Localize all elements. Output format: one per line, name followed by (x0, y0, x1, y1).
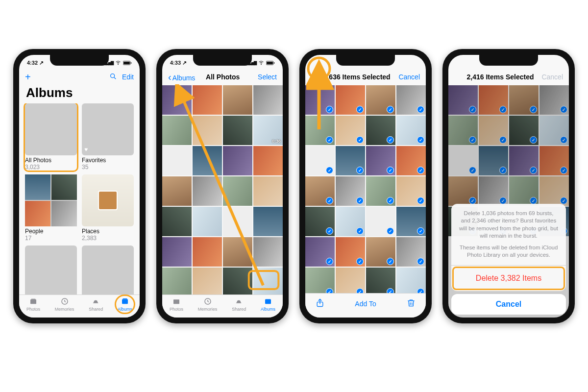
tab-shared[interactable]: Shared (232, 297, 246, 312)
photo-grid-selected[interactable] (305, 85, 426, 293)
photo-cell[interactable] (366, 237, 395, 267)
photo-cell[interactable] (162, 237, 192, 267)
photo-cell[interactable] (396, 116, 426, 145)
photo-cell[interactable] (162, 207, 192, 236)
photo-cell[interactable] (305, 207, 335, 236)
edit-button[interactable]: Edit (122, 73, 134, 81)
album-count: 17 (25, 235, 77, 242)
photo-cell[interactable] (223, 116, 252, 145)
checkmark-icon (326, 227, 333, 235)
photo-cell[interactable] (253, 237, 283, 267)
tab-photos[interactable]: Photos (170, 297, 183, 312)
notch (193, 55, 252, 66)
photo-cell[interactable] (223, 207, 252, 236)
back-button[interactable]: Albums (168, 72, 195, 83)
photo-cell[interactable] (193, 207, 222, 236)
photo-cell[interactable] (223, 85, 252, 115)
album-people[interactable]: People 17 (25, 174, 77, 242)
album-places[interactable]: Places 2,383 (82, 174, 134, 242)
photo-cell[interactable] (396, 207, 426, 236)
photo-cell[interactable] (193, 146, 222, 175)
cancel-button[interactable]: Cancel (398, 73, 420, 81)
checkmark-icon (387, 197, 394, 204)
album-item[interactable] (25, 245, 77, 294)
tab-bar: Photos Memories Shared Albums (162, 294, 283, 318)
photo-cell[interactable]: 0:36 (253, 116, 283, 145)
photo-cell[interactable] (193, 176, 222, 206)
checkmark-icon (356, 227, 364, 235)
photo-cell[interactable] (162, 146, 192, 175)
photo-cell[interactable] (305, 176, 335, 206)
tab-memories[interactable]: Memories (55, 297, 74, 312)
photo-cell[interactable] (253, 176, 283, 206)
delete-items-button[interactable]: Delete 3,382 Items (452, 267, 565, 290)
trash-button[interactable] (406, 297, 416, 310)
checkmark-icon (356, 288, 364, 293)
add-album-button[interactable]: + (25, 72, 31, 83)
photo-cell[interactable] (336, 85, 365, 115)
tab-memories[interactable]: Memories (198, 297, 218, 312)
photo-cell[interactable] (366, 207, 395, 236)
photo-cell[interactable] (162, 268, 192, 294)
photo-cell[interactable] (162, 85, 192, 115)
tab-photos[interactable]: Photos (26, 297, 40, 312)
photo-grid[interactable]: 0:36 (162, 85, 283, 294)
select-button[interactable]: Select (258, 73, 277, 81)
search-button[interactable] (109, 73, 117, 82)
photo-cell[interactable] (223, 146, 252, 175)
photo-cell[interactable] (396, 176, 426, 206)
album-item[interactable] (82, 245, 134, 294)
album-favorites[interactable]: ♥ Favorites 35 (82, 103, 134, 171)
photo-cell[interactable] (223, 176, 252, 206)
photo-cell[interactable] (223, 268, 252, 294)
photo-cell[interactable] (193, 116, 222, 145)
photo-cell[interactable] (396, 146, 426, 175)
photo-cell[interactable] (193, 85, 222, 115)
photo-cell[interactable] (366, 176, 395, 206)
photo-cell[interactable] (336, 146, 365, 175)
photo-cell[interactable] (336, 116, 365, 145)
photo-cell[interactable] (305, 268, 335, 293)
nav-bar: 636 Items Selected Cancel (305, 69, 426, 85)
add-to-button[interactable]: Add To (355, 300, 376, 308)
svg-rect-2 (123, 61, 130, 64)
photo-cell[interactable] (366, 146, 395, 175)
photo-cell[interactable] (336, 268, 365, 293)
photo-cell[interactable] (396, 85, 426, 115)
photo-cell[interactable] (253, 85, 283, 115)
sheet-cancel-button[interactable]: Cancel (451, 294, 566, 315)
photo-cell[interactable] (366, 268, 395, 293)
photo-cell[interactable] (336, 237, 365, 267)
photo-cell[interactable] (336, 207, 365, 236)
checkmark-icon (326, 258, 333, 265)
photo-cell[interactable] (366, 116, 395, 145)
tab-albums[interactable]: Albums (118, 297, 132, 312)
nav-title: 636 Items Selected (326, 73, 393, 81)
photo-cell[interactable] (253, 268, 283, 294)
photo-cell[interactable] (162, 116, 192, 145)
photo-cell[interactable] (366, 85, 395, 115)
photo-cell[interactable] (305, 85, 335, 115)
checkmark-icon (387, 227, 394, 235)
sheet-message: Delete 1,036 photos from 69 bursts, and … (451, 204, 566, 265)
photo-cell[interactable] (305, 116, 335, 145)
photo-cell[interactable] (305, 146, 335, 175)
phone-1-albums: 4:32 ↗ + Edit Albums All Photos (13, 49, 146, 323)
photo-cell[interactable] (305, 237, 335, 267)
checkmark-icon (387, 288, 394, 293)
photo-cell[interactable] (253, 146, 283, 175)
share-button[interactable] (315, 297, 325, 310)
photo-cell[interactable] (193, 268, 222, 294)
album-count: 3,023 (25, 164, 77, 171)
photo-cell[interactable] (223, 237, 252, 267)
photo-cell[interactable] (396, 237, 426, 267)
photo-cell[interactable] (193, 237, 222, 267)
photo-cell[interactable] (336, 176, 365, 206)
tab-shared[interactable]: Shared (89, 297, 103, 312)
album-all-photos[interactable]: All Photos 3,023 (25, 103, 77, 171)
photo-cell[interactable] (253, 207, 283, 236)
tab-albums[interactable]: Albums (261, 297, 275, 312)
photo-cell[interactable] (162, 176, 192, 206)
checkmark-icon (356, 197, 364, 204)
photo-cell[interactable] (396, 268, 426, 293)
